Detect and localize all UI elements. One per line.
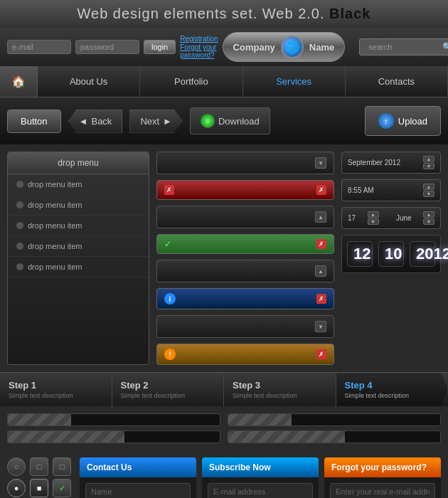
select-blue[interactable]: i ✗: [156, 288, 334, 309]
cb-circle-1[interactable]: ○: [7, 457, 26, 476]
register-link[interactable]: Registration: [180, 35, 218, 43]
dot-icon: [16, 263, 23, 270]
upload-button[interactable]: ↑ Upload: [365, 106, 441, 136]
forgot-form: Forgot your password? Send: [324, 457, 441, 498]
month-year-picker[interactable]: September 2012 ▲ ▼: [341, 152, 441, 174]
logo-pill: Company 🌐 Name: [223, 32, 346, 62]
day-spinner: ▲ ▼: [368, 211, 379, 225]
selectbox-arrow-4[interactable]: ▼: [315, 321, 326, 332]
selectbox-1[interactable]: ▼: [156, 152, 334, 174]
forgot-email-input[interactable]: [330, 483, 435, 498]
dot-icon: [16, 243, 23, 250]
drop-menu-header[interactable]: drop menu: [8, 152, 149, 174]
next-button[interactable]: Next ►: [129, 110, 183, 133]
spinner-down-4[interactable]: ▼: [423, 218, 434, 225]
nav-item-about[interactable]: About Us: [38, 66, 140, 97]
drop-menu: drop menu drop menu item drop menu item …: [7, 152, 149, 365]
step-1-desc: Simple text description: [9, 392, 103, 399]
step-1[interactable]: Step 1 Simple text description: [0, 373, 112, 406]
dot-icon: [16, 181, 23, 188]
date-month: 10: [378, 241, 404, 267]
button-bar: Button ◄ Back Next ► ↓ Download ↑ Upload: [0, 97, 448, 144]
forgot-link[interactable]: Forgot your password?: [180, 43, 218, 59]
widgets-area: drop menu drop menu item drop menu item …: [0, 144, 448, 372]
time-picker[interactable]: 8:55 AM ▲ ▼: [341, 179, 441, 201]
close-icon-red2[interactable]: ✗: [316, 185, 326, 195]
step-3-num: Step 3: [233, 380, 327, 391]
back-button[interactable]: ◄ Back: [68, 110, 123, 133]
close-icon-green[interactable]: ✗: [316, 239, 326, 249]
nav-item-contacts[interactable]: Contacts: [346, 66, 448, 97]
nav-item-portfolio[interactable]: Portfolio: [140, 66, 242, 97]
password-field[interactable]: [75, 40, 139, 54]
drop-menu-item-4[interactable]: drop menu item: [8, 236, 149, 257]
spinner-down-2[interactable]: ▼: [423, 191, 434, 197]
selectbox-arrow-1[interactable]: ▼: [315, 157, 326, 169]
select-green[interactable]: ✓ ✗: [156, 234, 334, 254]
cb-square-3[interactable]: ■: [30, 479, 48, 497]
spinner-up-1[interactable]: ▲: [423, 156, 434, 162]
cb-check[interactable]: ✓: [53, 479, 71, 497]
close-icon-orange[interactable]: ✗: [316, 349, 326, 359]
button-default[interactable]: Button: [7, 110, 61, 133]
info-icon: i: [164, 293, 176, 304]
selectbox-arrow-3[interactable]: ▲: [315, 265, 326, 277]
spinner-down-3[interactable]: ▼: [368, 218, 379, 225]
progress-fill-4: [228, 431, 345, 443]
dot-icon: [16, 201, 23, 208]
drop-menu-item-1[interactable]: drop menu item: [8, 174, 149, 195]
step-3[interactable]: Step 3 Simple text description: [224, 373, 336, 406]
nav-item-services[interactable]: Services: [243, 66, 346, 97]
drop-menu-item-2[interactable]: drop menu item: [8, 195, 149, 216]
spinner-up-3[interactable]: ▲: [368, 211, 379, 218]
spinner-up-4[interactable]: ▲: [423, 211, 434, 218]
download-button[interactable]: ↓ Download: [190, 107, 270, 134]
spinner-up-2[interactable]: ▲: [423, 184, 434, 190]
warn-icon: !: [164, 349, 176, 360]
close-icon-red[interactable]: ✗: [164, 185, 174, 195]
brand-name: Name: [309, 42, 334, 53]
step-4[interactable]: Step 4 Simple text description: [336, 373, 449, 406]
back-arrow-icon: ◄: [79, 116, 88, 127]
spinner-down-1[interactable]: ▼: [423, 163, 434, 169]
contact-name-input[interactable]: [85, 483, 191, 498]
progress-section: [0, 406, 448, 450]
title-suffix: Black: [329, 6, 370, 21]
next-arrow-icon: ►: [163, 116, 172, 127]
progress-track-2: [7, 430, 220, 443]
select-orange[interactable]: ! ✗: [156, 344, 334, 365]
progress-fill-3: [228, 414, 292, 425]
logo-area: Company 🌐 Name 🔍: [223, 32, 448, 62]
day-display: 17: [348, 214, 356, 222]
day-month-picker[interactable]: 17 ▲ ▼ June ▲ ▼: [341, 207, 441, 229]
subscribe-form: Subscribe Now Submit: [202, 457, 319, 498]
selectbox-2[interactable]: ▲: [156, 206, 334, 228]
cb-circle-2[interactable]: ●: [7, 479, 26, 497]
login-bar: login Registration Forgot your password?…: [0, 28, 448, 66]
home-nav-item[interactable]: 🏠: [0, 66, 38, 97]
search-input[interactable]: [364, 41, 442, 53]
time-display: 8:55 AM: [348, 186, 374, 194]
selectbox-4[interactable]: ▼: [156, 315, 334, 338]
selectbox-arrow-2[interactable]: ▲: [315, 211, 326, 223]
cb-square-1[interactable]: □: [30, 457, 48, 476]
drop-menu-item-3[interactable]: drop menu item: [8, 216, 149, 236]
email-field[interactable]: [7, 40, 71, 54]
selectbox-3[interactable]: ▲: [156, 260, 334, 282]
steps-bar: Step 1 Simple text description Step 2 Si…: [0, 372, 448, 406]
date-day: 12: [347, 241, 373, 267]
subscribe-email-input[interactable]: [208, 483, 313, 498]
progress-bar-right: [228, 413, 441, 443]
cb-square-2[interactable]: □: [53, 457, 71, 476]
select-red[interactable]: ✗ ✗: [156, 180, 334, 200]
search-icon[interactable]: 🔍: [442, 42, 448, 52]
month-year-display: September 2012: [348, 159, 400, 166]
step-2[interactable]: Step 2 Simple text description: [112, 373, 225, 406]
search-area: 🔍: [359, 38, 448, 55]
login-button[interactable]: login: [144, 40, 176, 54]
drop-menu-item-5[interactable]: drop menu item: [8, 257, 149, 277]
company-name: Company: [233, 42, 275, 53]
forgot-form-body: Send: [324, 477, 441, 498]
progress-fill-1: [8, 414, 71, 425]
close-icon-blue[interactable]: ✗: [316, 294, 326, 304]
